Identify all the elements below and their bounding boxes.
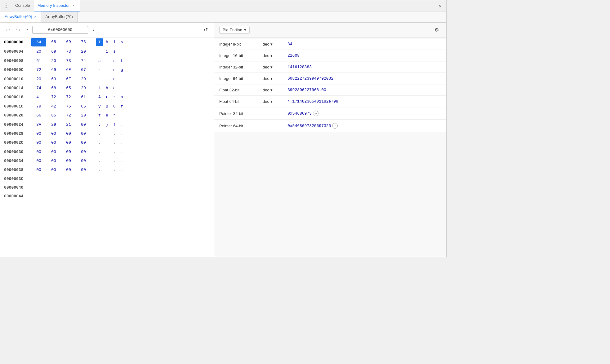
endian-dropdown[interactable]: Big Endian ▾ bbox=[219, 26, 250, 34]
ascii-char[interactable]: r bbox=[103, 94, 111, 101]
ascii-char[interactable] bbox=[96, 76, 103, 83]
hex-byte[interactable]: 00 bbox=[46, 157, 61, 165]
ascii-char[interactable]: : bbox=[96, 121, 103, 128]
value-format-selector[interactable]: dec▾ bbox=[263, 88, 287, 92]
hex-byte[interactable]: 00 bbox=[61, 157, 76, 165]
ascii-char[interactable]: f bbox=[96, 112, 103, 119]
window-close-button[interactable]: × bbox=[436, 2, 444, 10]
hex-byte[interactable]: 65 bbox=[61, 84, 76, 92]
ascii-char[interactable]: r bbox=[96, 66, 103, 73]
hex-byte[interactable]: 00 bbox=[76, 121, 91, 129]
hex-byte[interactable]: 79 bbox=[31, 103, 46, 110]
ascii-char[interactable]: t bbox=[96, 85, 103, 92]
ascii-char[interactable] bbox=[118, 48, 126, 55]
hex-byte[interactable]: 72 bbox=[61, 93, 76, 101]
ascii-char[interactable]: e bbox=[103, 112, 111, 119]
hex-byte[interactable]: 00 bbox=[76, 130, 91, 138]
ascii-char[interactable]: s bbox=[111, 48, 118, 55]
ascii-char[interactable]: g bbox=[118, 66, 126, 73]
ascii-char[interactable]: . bbox=[111, 166, 118, 173]
hex-byte[interactable]: 73 bbox=[76, 38, 91, 46]
ascii-char[interactable]: a bbox=[118, 94, 126, 101]
ascii-char[interactable]: . bbox=[103, 148, 111, 156]
format-select[interactable]: dec▾ bbox=[263, 99, 287, 104]
ascii-char[interactable] bbox=[103, 57, 111, 64]
next-page-button[interactable]: › bbox=[91, 26, 96, 34]
ascii-char[interactable]: r bbox=[111, 94, 118, 101]
ascii-char[interactable] bbox=[96, 48, 103, 55]
format-select[interactable]: dec▾ bbox=[263, 76, 287, 81]
ascii-char[interactable]: i bbox=[103, 48, 111, 55]
ascii-char[interactable]: f bbox=[118, 103, 126, 110]
hex-byte[interactable]: 00 bbox=[46, 130, 61, 138]
ascii-char[interactable] bbox=[118, 85, 126, 92]
hex-byte[interactable]: 00 bbox=[46, 148, 61, 156]
hex-byte[interactable]: 00 bbox=[61, 139, 76, 147]
hex-byte[interactable]: 20 bbox=[76, 75, 91, 83]
hex-byte[interactable]: 69 bbox=[61, 38, 76, 46]
ascii-char[interactable]: i bbox=[111, 38, 118, 46]
ascii-char[interactable]: . bbox=[96, 157, 103, 164]
ascii-char[interactable]: . bbox=[96, 130, 103, 137]
hex-byte[interactable]: 74 bbox=[31, 84, 46, 92]
tab-memory-inspector[interactable]: Memory Inspector × bbox=[34, 0, 80, 11]
ascii-char[interactable]: n bbox=[111, 76, 118, 83]
format-select[interactable]: dec▾ bbox=[263, 65, 287, 69]
ascii-char[interactable]: T bbox=[96, 38, 103, 46]
hex-byte[interactable]: 54 bbox=[31, 38, 46, 46]
hex-byte[interactable]: 20 bbox=[76, 112, 91, 119]
format-select[interactable]: dec▾ bbox=[263, 42, 287, 46]
value-format-selector[interactable]: dec▾ bbox=[263, 65, 287, 69]
ascii-char[interactable]: s bbox=[118, 38, 126, 46]
hex-byte[interactable]: 69 bbox=[46, 75, 61, 83]
hex-byte[interactable]: 29 bbox=[46, 121, 61, 129]
hex-byte[interactable]: 61 bbox=[31, 57, 46, 65]
hex-byte[interactable]: 68 bbox=[46, 38, 61, 46]
address-input[interactable] bbox=[32, 26, 88, 34]
ascii-char[interactable]: . bbox=[118, 139, 126, 146]
ascii-char[interactable]: . bbox=[111, 139, 118, 146]
ascii-char[interactable] bbox=[118, 112, 126, 119]
ascii-char[interactable]: . bbox=[103, 166, 111, 173]
back-button[interactable]: ↩ bbox=[4, 26, 12, 34]
format-select[interactable]: dec▾ bbox=[263, 53, 287, 58]
hex-byte[interactable]: 66 bbox=[31, 112, 46, 119]
buffer-tab-60-close[interactable]: × bbox=[34, 14, 37, 19]
ascii-char[interactable]: . bbox=[96, 139, 103, 146]
hex-byte[interactable]: 72 bbox=[61, 112, 76, 119]
ascii-char[interactable]: u bbox=[111, 103, 118, 110]
buffer-tab-70[interactable]: ArrayBuffer(70) bbox=[41, 11, 78, 22]
ascii-char[interactable]: h bbox=[103, 38, 111, 46]
ascii-char[interactable]: i bbox=[103, 66, 111, 73]
hex-byte[interactable]: 73 bbox=[61, 57, 76, 65]
hex-byte[interactable]: 75 bbox=[61, 103, 76, 110]
ascii-char[interactable]: . bbox=[96, 166, 103, 173]
value-format-selector[interactable]: dec▾ bbox=[263, 53, 287, 58]
ascii-char[interactable]: t bbox=[118, 57, 126, 64]
hex-byte[interactable]: 69 bbox=[46, 48, 61, 55]
hex-byte[interactable]: 00 bbox=[31, 166, 46, 174]
hex-byte[interactable]: 73 bbox=[61, 48, 76, 55]
hex-byte[interactable]: 00 bbox=[46, 166, 61, 174]
ascii-char[interactable]: r bbox=[111, 112, 118, 119]
hex-byte[interactable]: 00 bbox=[31, 139, 46, 147]
ascii-char[interactable]: ) bbox=[103, 121, 111, 128]
hex-byte[interactable]: 00 bbox=[61, 166, 76, 174]
ascii-char[interactable]: . bbox=[96, 148, 103, 156]
hex-byte[interactable]: 6E bbox=[61, 66, 76, 74]
ascii-char[interactable]: . bbox=[103, 139, 111, 146]
hex-byte[interactable]: 00 bbox=[31, 130, 46, 138]
ascii-char[interactable]: i bbox=[103, 76, 111, 83]
gear-button[interactable]: ⚙ bbox=[432, 26, 441, 34]
ascii-char[interactable]: n bbox=[111, 66, 118, 73]
hex-byte[interactable]: 69 bbox=[46, 66, 61, 74]
hex-byte[interactable]: 20 bbox=[31, 48, 46, 55]
hex-byte[interactable]: 00 bbox=[31, 148, 46, 156]
value-format-selector[interactable]: dec▾ bbox=[263, 42, 287, 46]
tab-console[interactable]: Console bbox=[11, 0, 34, 11]
ascii-char[interactable]: . bbox=[118, 148, 126, 156]
hex-byte[interactable]: 21 bbox=[61, 121, 76, 129]
hex-byte[interactable]: 72 bbox=[31, 66, 46, 74]
ascii-char[interactable]: y bbox=[96, 103, 103, 110]
buffer-tab-60[interactable]: ArrayBuffer(60) × bbox=[0, 11, 41, 22]
